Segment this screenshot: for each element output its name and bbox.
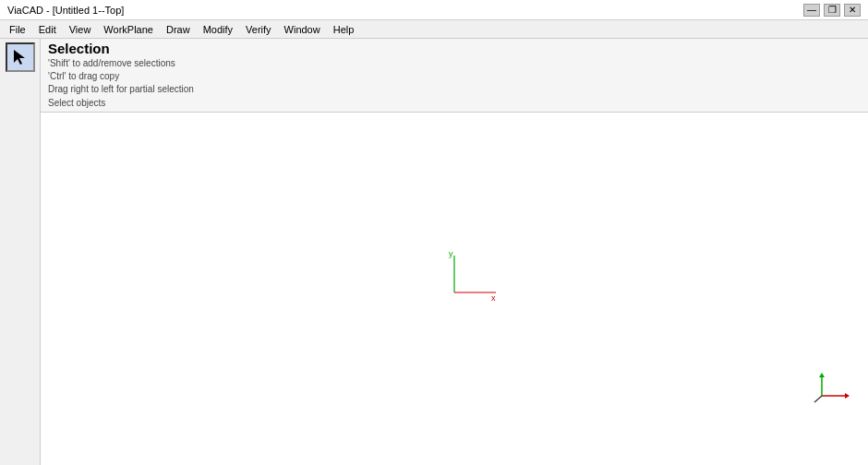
main-area: Selection 'Shift' to add/remove selectio… xyxy=(0,39,868,465)
minimize-button[interactable]: — xyxy=(803,4,820,17)
menu-verify[interactable]: Verify xyxy=(240,22,277,37)
origin-axis: x y xyxy=(445,251,500,304)
close-button[interactable]: ✕ xyxy=(844,4,861,17)
title-bar: ViaCAD - [Untitled 1--Top] — ❐ ✕ xyxy=(0,0,868,20)
title-text: ViaCAD - [Untitled 1--Top] xyxy=(7,5,124,16)
menu-edit[interactable]: Edit xyxy=(33,22,62,37)
menu-window[interactable]: Window xyxy=(279,22,326,37)
select-tool-button[interactable] xyxy=(6,42,35,72)
info-panel: Selection 'Shift' to add/remove selectio… xyxy=(41,39,868,113)
title-controls: — ❐ ✕ xyxy=(803,4,861,17)
menu-modify[interactable]: Modify xyxy=(198,22,238,37)
arrow-icon xyxy=(12,48,29,66)
menu-workplane[interactable]: WorkPlane xyxy=(98,22,159,37)
hint-drag: Drag right to left for partial selection xyxy=(48,83,861,96)
menu-help[interactable]: Help xyxy=(328,22,360,37)
hint-shift: 'Shift' to add/remove selections xyxy=(48,57,861,70)
left-toolbar xyxy=(0,39,41,465)
menu-file[interactable]: File xyxy=(4,22,31,37)
menu-view[interactable]: View xyxy=(64,22,97,37)
canvas-area[interactable]: x y xyxy=(41,111,868,465)
svg-marker-11 xyxy=(819,373,825,377)
menu-bar: File Edit View WorkPlane Draw Modify Ver… xyxy=(0,20,868,39)
svg-text:x: x xyxy=(491,293,496,302)
info-sub: Select objects xyxy=(48,98,861,108)
restore-button[interactable]: ❐ xyxy=(824,4,840,17)
svg-marker-0 xyxy=(14,50,25,65)
hint-ctrl: 'Ctrl' to drag copy xyxy=(48,70,861,83)
svg-marker-10 xyxy=(845,393,850,399)
menu-draw[interactable]: Draw xyxy=(161,22,196,37)
info-hints: 'Shift' to add/remove selections 'Ctrl' … xyxy=(48,57,861,96)
info-title: Selection xyxy=(48,41,861,56)
svg-line-9 xyxy=(814,396,822,402)
svg-text:y: y xyxy=(449,251,453,258)
axis-indicator-3d xyxy=(813,373,850,410)
